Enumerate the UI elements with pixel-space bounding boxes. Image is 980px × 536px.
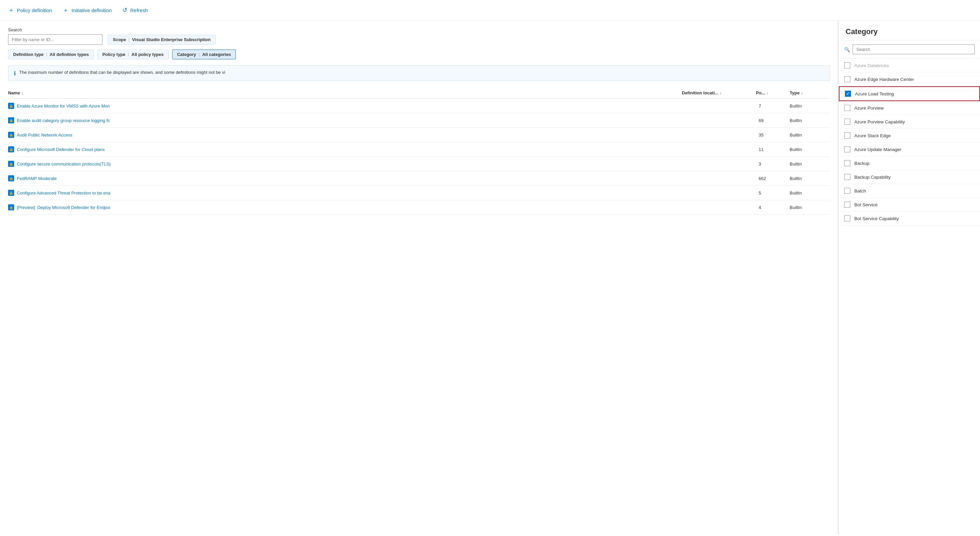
category-checkbox-5[interactable] <box>844 132 850 139</box>
category-item-8[interactable]: Backup Capability <box>839 170 980 184</box>
category-label-4: Azure Purview Capability <box>854 119 905 124</box>
category-checkbox-11[interactable] <box>844 215 850 222</box>
initiative-definition-label: Initiative definition <box>72 7 111 13</box>
sort-name-icon: ↕ <box>21 91 23 95</box>
info-message: The maximum number of definitions that c… <box>19 70 225 75</box>
col-policies[interactable]: Po... ↕ <box>756 90 790 96</box>
col-type-label: Type <box>790 90 799 96</box>
category-item-6[interactable]: Azure Update Manager <box>839 143 980 156</box>
row-name-2[interactable]: 🔒 Audit Public Network Access <box>8 132 682 138</box>
category-item-10[interactable]: Bot Service <box>839 198 980 212</box>
category-label-9: Batch <box>854 188 866 193</box>
row-policies-0: 7 <box>756 104 790 108</box>
category-checkbox-7[interactable] <box>844 160 850 166</box>
table-row[interactable]: 🔒 FedRAMP Moderate 662 BuiltIn <box>8 171 830 186</box>
policy-icon-4: 🔒 <box>8 161 14 167</box>
row-type-0: BuiltIn <box>790 104 830 108</box>
category-checkbox-0[interactable] <box>844 62 850 69</box>
row-name-text-4: Configure secure communication protocols… <box>17 161 111 166</box>
category-list[interactable]: Azure DatabricksAzure Edge Hardware Cent… <box>839 59 980 534</box>
policy-icon-1: 🔒 <box>8 117 14 123</box>
category-checkbox-8[interactable] <box>844 174 850 180</box>
table-row[interactable]: 🔒 Configure Microsoft Defender for Cloud… <box>8 142 830 157</box>
category-item-2[interactable]: Azure Load Testing <box>839 86 980 101</box>
initiative-definition-button[interactable]: ＋ Initiative definition <box>63 6 111 14</box>
col-name-label: Name <box>8 90 20 96</box>
row-type-5: BuiltIn <box>790 176 830 181</box>
category-label-1: Azure Edge Hardware Center <box>854 77 914 82</box>
row-name-0[interactable]: 🔒 Enable Azure Monitor for VMSS with Azu… <box>8 103 682 109</box>
left-panel: Search Scope : Visual Studio Enterprise … <box>0 21 838 534</box>
category-item-4[interactable]: Azure Purview Capability <box>839 115 980 129</box>
table-row[interactable]: 🔒 Configure Advanced Threat Protection t… <box>8 186 830 200</box>
category-label-3: Azure Purview <box>854 105 884 110</box>
category-checkbox-2[interactable] <box>845 91 851 97</box>
row-name-4[interactable]: 🔒 Configure secure communication protoco… <box>8 161 682 167</box>
scope-badge[interactable]: Scope : Visual Studio Enterprise Subscri… <box>108 35 216 45</box>
policy-type-filter[interactable]: Policy type : All policy types <box>97 49 169 59</box>
category-item-0[interactable]: Azure Databricks <box>839 59 980 72</box>
category-checkbox-9[interactable] <box>844 188 850 194</box>
col-name[interactable]: Name ↕ <box>8 90 682 96</box>
category-label-11: Bot Service Capability <box>854 216 899 221</box>
category-search-icon: 🔍 <box>844 47 850 52</box>
row-type-2: BuiltIn <box>790 132 830 137</box>
category-label-0: Azure Databricks <box>854 63 889 68</box>
category-checkbox-1[interactable] <box>844 76 850 82</box>
table-row[interactable]: 🔒 [Preview]: Deploy Microsoft Defender f… <box>8 200 830 215</box>
category-item-9[interactable]: Batch <box>839 184 980 198</box>
definition-type-filter[interactable]: Definition type : All definition types <box>8 49 94 59</box>
row-policies-1: 69 <box>756 118 790 123</box>
refresh-label: Refresh <box>130 7 148 13</box>
row-name-5[interactable]: 🔒 FedRAMP Moderate <box>8 175 682 181</box>
category-search-input[interactable] <box>853 45 975 54</box>
row-policies-3: 11 <box>756 147 790 152</box>
category-item-3[interactable]: Azure Purview <box>839 101 980 115</box>
refresh-button[interactable]: ↺ Refresh <box>122 6 148 14</box>
search-label: Search <box>8 27 830 32</box>
col-location[interactable]: Definition locati... ↕ <box>682 90 756 96</box>
row-name-text-1: Enable audit category group resource log… <box>17 118 110 123</box>
row-policies-2: 35 <box>756 132 790 137</box>
category-label-2: Azure Load Testing <box>855 91 894 96</box>
table-row[interactable]: 🔒 Audit Public Network Access 35 BuiltIn <box>8 128 830 142</box>
sort-policies-icon: ↕ <box>767 91 768 95</box>
row-name-3[interactable]: 🔒 Configure Microsoft Defender for Cloud… <box>8 146 682 152</box>
plus-icon: ＋ <box>8 6 14 14</box>
row-name-7[interactable]: 🔒 [Preview]: Deploy Microsoft Defender f… <box>8 204 682 211</box>
category-filter[interactable]: Category : All categories <box>172 49 236 59</box>
policy-definition-label: Policy definition <box>17 7 52 13</box>
category-item-7[interactable]: Backup <box>839 156 980 170</box>
scope-label: Scope <box>113 37 126 42</box>
category-checkbox-3[interactable] <box>844 105 850 111</box>
row-policies-4: 3 <box>756 161 790 166</box>
row-name-6[interactable]: 🔒 Configure Advanced Threat Protection t… <box>8 190 682 196</box>
row-name-text-0: Enable Azure Monitor for VMSS with Azure… <box>17 104 110 108</box>
row-type-3: BuiltIn <box>790 147 830 152</box>
category-panel: Category 🔍 Azure DatabricksAzure Edge Ha… <box>838 21 980 534</box>
table-row[interactable]: 🔒 Enable audit category group resource l… <box>8 113 830 128</box>
col-type[interactable]: Type ↕ <box>790 90 830 96</box>
category-checkbox-6[interactable] <box>844 146 850 152</box>
category-checkbox-10[interactable] <box>844 202 850 207</box>
category-search-row: 🔍 <box>839 40 980 59</box>
scope-value: Visual Studio Enterprise Subscription <box>132 37 210 42</box>
category-item-11[interactable]: Bot Service Capability <box>839 212 980 225</box>
row-type-6: BuiltIn <box>790 190 830 196</box>
search-input[interactable] <box>8 34 102 45</box>
col-policies-label: Po... <box>756 90 765 96</box>
category-label-8: Backup Capability <box>854 175 891 180</box>
category-panel-title: Category <box>839 21 980 40</box>
category-label-10: Bot Service <box>854 202 878 207</box>
row-policies-6: 5 <box>756 190 790 196</box>
category-item-1[interactable]: Azure Edge Hardware Center <box>839 72 980 86</box>
sort-type-icon: ↕ <box>801 91 803 95</box>
policy-definition-button[interactable]: ＋ Policy definition <box>8 6 52 14</box>
filters-row: Definition type : All definition types P… <box>8 49 830 59</box>
table-row[interactable]: 🔒 Enable Azure Monitor for VMSS with Azu… <box>8 99 830 113</box>
category-checkbox-4[interactable] <box>844 119 850 125</box>
row-type-7: BuiltIn <box>790 205 830 210</box>
table-row[interactable]: 🔒 Configure secure communication protoco… <box>8 157 830 171</box>
row-name-1[interactable]: 🔒 Enable audit category group resource l… <box>8 117 682 123</box>
category-item-5[interactable]: Azure Stack Edge <box>839 129 980 143</box>
